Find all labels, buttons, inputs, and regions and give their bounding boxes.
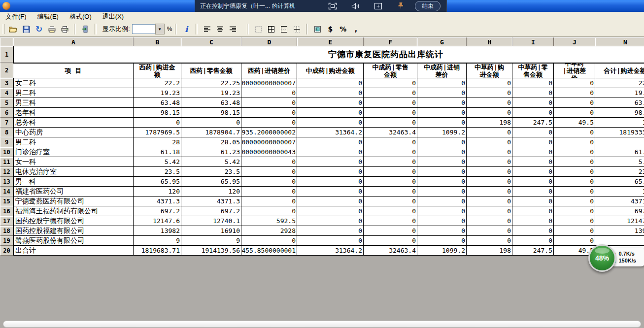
inner-border-button[interactable] (291, 23, 303, 35)
data-cell[interactable]: 4371.3 (595, 197, 644, 206)
data-cell[interactable]: 0 (467, 226, 512, 236)
data-cell[interactable]: 1099.2 (417, 128, 467, 137)
row-header-9[interactable]: 9 (0, 137, 13, 147)
data-cell[interactable]: 0 (297, 236, 364, 246)
data-cell[interactable]: 0 (297, 187, 364, 197)
data-cell[interactable]: 0 (512, 216, 554, 226)
column-caption-cell[interactable]: 中成药|购进金额 (297, 63, 364, 78)
data-cell[interactable]: 0 (297, 206, 364, 216)
data-cell[interactable]: 0 (241, 177, 297, 187)
data-cell[interactable]: 0 (467, 206, 512, 216)
data-cell[interactable]: 中心药房 (13, 128, 134, 137)
data-cell[interactable]: 0 (467, 137, 512, 147)
data-cell[interactable]: 0 (417, 197, 467, 206)
data-cell[interactable]: 61.23 (181, 147, 241, 157)
end-session-button[interactable]: 结束 (415, 1, 441, 11)
data-cell[interactable]: 592.5 (241, 216, 297, 226)
data-cell[interactable]: 0 (417, 167, 467, 177)
data-cell[interactable]: 0 (554, 187, 595, 197)
data-cell[interactable]: 22.2 (134, 78, 181, 88)
print-button[interactable] (59, 23, 70, 35)
data-cell[interactable]: 49.5 (554, 118, 595, 128)
data-cell[interactable]: 0 (417, 137, 467, 147)
no-border-button[interactable] (252, 23, 264, 35)
data-cell[interactable]: 0 (467, 147, 512, 157)
pin-icon[interactable] (396, 2, 405, 10)
print-setup-button[interactable] (46, 23, 58, 35)
data-cell[interactable]: 2928 (241, 226, 297, 236)
data-cell[interactable]: 0 (364, 108, 417, 118)
data-cell[interactable]: 0 (241, 108, 297, 118)
row-header-5[interactable]: 5 (0, 98, 13, 108)
row-header-8[interactable]: 8 (0, 128, 13, 137)
data-cell[interactable]: 0 (297, 167, 364, 177)
data-cell[interactable]: 0 (554, 147, 595, 157)
fullscreen-icon[interactable] (328, 2, 337, 10)
column-header-C[interactable]: C (181, 37, 241, 46)
data-cell[interactable]: 0 (364, 177, 417, 187)
column-caption-cell[interactable]: 西药|零售金额 (181, 63, 241, 78)
data-cell[interactable]: 0 (467, 216, 512, 226)
data-cell[interactable]: 1914139.56 (181, 246, 241, 256)
data-cell[interactable]: 198 (467, 118, 512, 128)
row-header-16[interactable]: 16 (0, 206, 13, 216)
data-cell[interactable]: 5.42 (181, 157, 241, 167)
data-cell[interactable]: 12147.6 (134, 216, 181, 226)
data-cell[interactable]: 0 (297, 137, 364, 147)
data-cell[interactable]: 61.18 (595, 147, 644, 157)
data-cell[interactable]: 福建省医药公司 (13, 187, 134, 197)
data-cell[interactable]: 1099.2 (417, 246, 467, 256)
data-cell[interactable]: 65.95 (595, 177, 644, 187)
data-cell[interactable]: 28.05 (181, 137, 241, 147)
data-cell[interactable]: 0 (417, 147, 467, 157)
data-cell[interactable]: 0 (554, 226, 595, 236)
comma-format-button[interactable]: , (350, 23, 362, 35)
data-cell[interactable]: 男二科 (13, 88, 134, 98)
data-cell[interactable]: 0 (297, 177, 364, 187)
data-cell[interactable]: 0 (297, 98, 364, 108)
data-cell[interactable]: 23.5 (134, 167, 181, 177)
data-cell[interactable]: 935.2000000002 (241, 128, 297, 137)
data-cell[interactable]: 男二科 (13, 137, 134, 147)
row-header-1[interactable]: 1 (0, 46, 13, 63)
column-caption-cell[interactable]: 中成药|进销 差价 (417, 63, 467, 78)
menu-file[interactable]: 文件(F) (0, 12, 32, 22)
data-cell[interactable]: 12147.6 (595, 216, 644, 226)
row-header-4[interactable]: 4 (0, 88, 13, 98)
data-cell[interactable]: 国药控股宁德有限公司 (13, 216, 134, 226)
column-caption-cell[interactable]: 合计|购进金额 (595, 63, 644, 78)
data-cell[interactable]: 0 (417, 88, 467, 98)
data-cell[interactable]: 19.23 (595, 88, 644, 98)
data-cell[interactable]: 00000000000043 (241, 147, 297, 157)
data-cell[interactable]: 9 (134, 236, 181, 246)
data-cell[interactable]: 198 (467, 246, 512, 256)
data-cell[interactable]: 0 (512, 177, 554, 187)
data-cell[interactable]: 0 (554, 98, 595, 108)
data-cell[interactable]: 120 (595, 187, 644, 197)
data-cell[interactable]: 31364.2 (297, 128, 364, 137)
data-cell[interactable]: 4371.3 (134, 197, 181, 206)
data-cell[interactable]: 男一科 (13, 177, 134, 187)
column-header-H[interactable]: H (467, 37, 512, 46)
data-cell[interactable]: 455.8500000001 (241, 246, 297, 256)
data-cell[interactable]: 宁德鹭燕医药有限公司 (13, 197, 134, 206)
zoom-ratio-select[interactable]: ▼ (132, 24, 165, 34)
data-cell[interactable]: 0 (467, 187, 512, 197)
data-cell[interactable]: 28 (595, 137, 644, 147)
data-cell[interactable]: 0 (512, 157, 554, 167)
data-cell[interactable]: 0 (417, 187, 467, 197)
data-cell[interactable]: 0 (297, 147, 364, 157)
data-cell[interactable]: 1819333.7 (595, 128, 644, 137)
data-cell[interactable]: 0 (241, 236, 297, 246)
data-cell[interactable]: 0 (364, 206, 417, 216)
data-cell[interactable]: 0 (554, 216, 595, 226)
data-cell[interactable]: 12740.1 (181, 216, 241, 226)
data-cell[interactable]: 0 (467, 78, 512, 88)
data-cell[interactable]: 5.42 (134, 157, 181, 167)
number-format-button[interactable] (311, 23, 323, 35)
data-cell[interactable]: 32463.4 (364, 246, 417, 256)
data-cell[interactable]: 0 (241, 197, 297, 206)
data-cell[interactable]: 0 (417, 78, 467, 88)
data-cell[interactable]: 63.48 (595, 98, 644, 108)
data-cell[interactable]: 28 (134, 137, 181, 147)
